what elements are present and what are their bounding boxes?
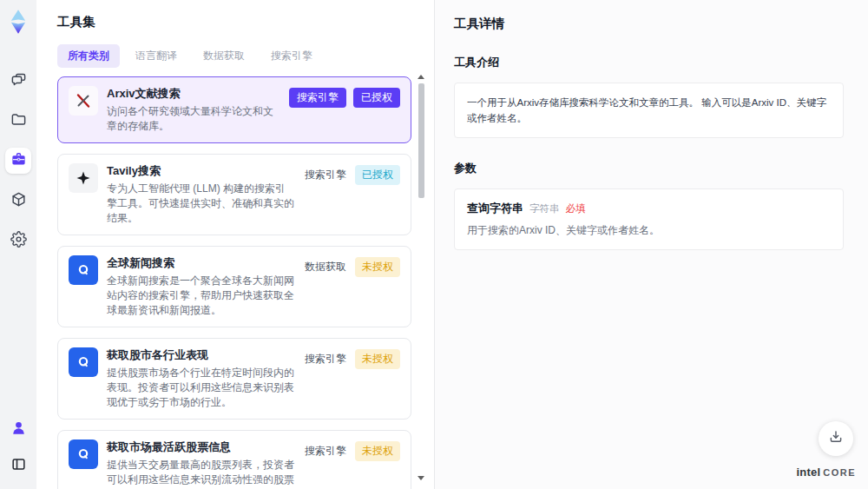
tool-list: Arxiv文献搜索 访问各个研究领域大量科学论文和文章的存储库。 搜索引擎 已授… — [57, 76, 411, 489]
stock-search-logo-icon — [69, 347, 98, 377]
download-button[interactable] — [819, 421, 853, 456]
tool-card-arxiv[interactable]: Arxiv文献搜索 访问各个研究领域大量科学论文和文章的存储库。 搜索引擎 已授… — [57, 76, 411, 143]
param-description: 用于搜索的Arxiv ID、关键字或作者姓名。 — [467, 223, 831, 238]
package-icon — [10, 191, 27, 211]
nav-settings[interactable] — [5, 228, 31, 254]
gear-icon — [10, 231, 27, 251]
intel-core-logo: intel CORE — [796, 466, 856, 479]
intro-card: 一个用于从Arxiv存储库搜索科学论文和文章的工具。 输入可以是Arxiv ID… — [454, 83, 844, 138]
param-required-badge: 必填 — [566, 202, 586, 215]
toolbox-icon — [10, 151, 27, 171]
panel-toggle-icon — [10, 456, 27, 476]
status-badge: 未授权 — [355, 349, 400, 369]
tool-description: 提供当天交易量最高的股票列表，投资者可以利用这些信息来识别流动性强的股票和潜在的… — [107, 458, 294, 489]
nav-toolbox[interactable] — [5, 148, 31, 174]
tab-language-translation[interactable]: 语言翻译 — [125, 44, 187, 68]
global-news-logo-icon — [69, 255, 98, 285]
param-type: 字符串 — [529, 202, 560, 215]
params-heading: 参数 — [454, 161, 844, 176]
status-badge: 已授权 — [353, 88, 400, 108]
tool-description: 访问各个研究领域大量科学论文和文章的存储库。 — [107, 104, 280, 134]
tool-list-panel: 工具集 所有类别 语言翻译 数据获取 搜索引擎 Arxiv文献搜索 访问各个研究… — [36, 0, 434, 489]
scrollbar-thumb[interactable] — [418, 83, 424, 198]
intel-wordmark: intel — [796, 466, 820, 479]
download-icon — [828, 429, 844, 448]
detail-title: 工具详情 — [454, 16, 844, 32]
status-badge: 未授权 — [355, 257, 400, 277]
category-tag: 搜索引擎 — [303, 165, 348, 185]
scroll-up-arrow[interactable] — [418, 75, 424, 79]
nav-chat[interactable] — [5, 68, 31, 94]
chat-icon — [10, 71, 27, 91]
tool-card-global-news[interactable]: 全球新闻搜索 全球新闻搜索是一个聚合全球各大新闻网站内容的搜索引擎，帮助用户快速… — [57, 246, 411, 327]
rail-bottom — [5, 416, 31, 479]
intro-text: 一个用于从Arxiv存储库搜索科学论文和文章的工具。 输入可以是Arxiv ID… — [467, 95, 831, 126]
nav-user[interactable] — [5, 416, 31, 442]
tool-description: 提供股票市场各个行业在特定时间段内的表现。投资者可以利用这些信息来识别表现优于或… — [107, 366, 294, 410]
tool-title: 获取股市各行业表现 — [107, 347, 294, 363]
arxiv-logo-icon — [69, 86, 98, 116]
tab-data-fetch[interactable]: 数据获取 — [193, 44, 255, 68]
intro-heading: 工具介绍 — [454, 55, 844, 70]
scroll-down-arrow[interactable] — [418, 476, 424, 480]
tab-all-categories[interactable]: 所有类别 — [57, 44, 120, 68]
user-icon — [10, 420, 27, 439]
tool-title: 获取市场最活跃股票信息 — [107, 439, 294, 455]
tab-search-engine[interactable]: 搜索引擎 — [260, 44, 323, 68]
category-tabs: 所有类别 语言翻译 数据获取 搜索引擎 — [57, 44, 411, 68]
param-name: 查询字符串 — [467, 201, 523, 216]
left-rail — [0, 0, 36, 489]
category-tag: 搜索引擎 — [303, 349, 348, 369]
nav-packages[interactable] — [5, 188, 31, 214]
folder-icon — [10, 111, 27, 131]
tool-title: Arxiv文献搜索 — [107, 86, 280, 102]
status-badge: 已授权 — [355, 165, 400, 185]
tool-card-tavily[interactable]: Tavily搜索 专为人工智能代理 (LLM) 构建的搜索引擎工具。可快速提供实… — [57, 154, 411, 235]
tool-description: 全球新闻搜索是一个聚合全球各大新闻网站内容的搜索引擎，帮助用户快速获取全球最新资… — [107, 274, 294, 318]
tool-title: Tavily搜索 — [107, 163, 294, 179]
tool-detail-panel: 工具详情 工具介绍 一个用于从Arxiv存储库搜索科学论文和文章的工具。 输入可… — [434, 0, 868, 489]
category-tag: 搜索引擎 — [289, 88, 346, 108]
param-card: 查询字符串 字符串 必填 用于搜索的Arxiv ID、关键字或作者姓名。 — [454, 188, 844, 250]
category-tag: 数据获取 — [303, 257, 348, 277]
rail-nav — [5, 68, 31, 254]
app-logo-icon — [5, 9, 31, 35]
nav-panel-toggle[interactable] — [5, 453, 31, 479]
tavily-logo-icon — [69, 163, 98, 193]
category-tag: 搜索引擎 — [303, 441, 348, 461]
nav-files[interactable] — [5, 108, 31, 134]
tool-title: 全球新闻搜索 — [107, 255, 294, 271]
status-badge: 未授权 — [355, 441, 400, 461]
tool-card-most-active-stocks[interactable]: 获取市场最活跃股票信息 提供当天交易量最高的股票列表，投资者可以利用这些信息来识… — [57, 430, 411, 489]
list-scrollbar[interactable] — [417, 75, 425, 480]
tool-description: 专为人工智能代理 (LLM) 构建的搜索引擎工具。可快速提供实时、准确和真实的结… — [107, 182, 294, 226]
app-window: 工具集 所有类别 语言翻译 数据获取 搜索引擎 Arxiv文献搜索 访问各个研究… — [0, 0, 868, 489]
tool-card-sector-performance[interactable]: 获取股市各行业表现 提供股票市场各个行业在特定时间段内的表现。投资者可以利用这些… — [57, 338, 411, 420]
page-title: 工具集 — [57, 14, 411, 30]
stock-search-logo-icon — [69, 439, 98, 469]
core-wordmark: CORE — [823, 467, 856, 478]
